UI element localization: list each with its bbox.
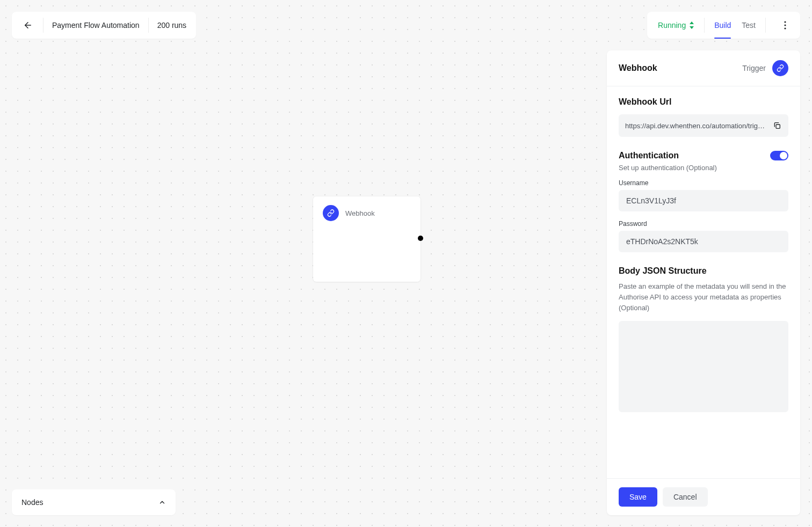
link-icon <box>772 60 788 76</box>
section-authentication: Authentication Set up authentication (Op… <box>619 151 788 252</box>
panel-subtype: Trigger <box>742 64 766 72</box>
svg-point-3 <box>784 27 786 29</box>
kebab-icon <box>784 21 786 30</box>
panel-title: Webhook <box>619 63 657 73</box>
toolbar: Running Build Test <box>647 12 800 39</box>
section-body-json: Body JSON Structure Paste an example of … <box>619 266 788 414</box>
node-label: Webhook <box>345 209 375 217</box>
divider <box>704 18 705 33</box>
side-panel: Webhook Trigger Webhook Url https://api.… <box>607 50 800 515</box>
username-field-group: Username <box>619 179 788 211</box>
divider <box>43 18 44 33</box>
copy-icon <box>773 121 781 130</box>
nodes-panel-label: Nodes <box>21 498 43 507</box>
panel-footer: Save Cancel <box>607 478 800 515</box>
chevron-up-icon <box>158 499 166 506</box>
section-webhook-url: Webhook Url https://api.dev.whenthen.co/… <box>619 97 788 137</box>
password-input[interactable] <box>619 231 788 252</box>
body-json-description: Paste an example of the metadata you wil… <box>619 281 788 313</box>
back-button[interactable] <box>21 19 34 32</box>
svg-rect-4 <box>776 125 780 128</box>
sort-icon <box>689 21 694 29</box>
tab-build[interactable]: Build <box>714 12 731 39</box>
svg-point-1 <box>784 21 786 23</box>
authentication-label: Authentication <box>619 151 679 160</box>
node-header: Webhook <box>323 205 411 221</box>
tab-test[interactable]: Test <box>742 12 756 39</box>
canvas-node-webhook[interactable]: Webhook <box>313 196 421 282</box>
mode-tabs: Build Test <box>714 12 756 39</box>
header-bar: Payment Flow Automation 200 runs <box>12 12 196 39</box>
status-dropdown[interactable]: Running <box>658 21 694 30</box>
body-json-label: Body JSON Structure <box>619 266 788 276</box>
webhook-url-row: https://api.dev.whenthen.co/automation/t… <box>619 114 788 137</box>
divider <box>148 18 149 33</box>
authentication-toggle[interactable] <box>770 151 788 160</box>
authentication-sublabel: Set up authentication (Optional) <box>619 164 788 172</box>
panel-header: Webhook Trigger <box>607 50 800 86</box>
username-label: Username <box>619 179 788 187</box>
save-button[interactable]: Save <box>619 487 657 507</box>
panel-body: Webhook Url https://api.dev.whenthen.co/… <box>607 86 800 478</box>
divider <box>765 18 766 33</box>
arrow-left-icon <box>23 20 33 30</box>
nodes-panel-toggle[interactable]: Nodes <box>12 489 176 515</box>
svg-point-2 <box>784 24 786 26</box>
status-label: Running <box>658 21 686 30</box>
password-label: Password <box>619 220 788 228</box>
webhook-url-value: https://api.dev.whenthen.co/automation/t… <box>625 122 767 130</box>
copy-url-button[interactable] <box>771 120 783 131</box>
password-field-group: Password <box>619 220 788 252</box>
flow-runs-count: 200 runs <box>157 21 186 30</box>
username-input[interactable] <box>619 190 788 211</box>
webhook-url-label: Webhook Url <box>619 97 788 107</box>
more-menu-button[interactable] <box>778 18 793 33</box>
link-icon <box>323 205 339 221</box>
node-output-port[interactable] <box>418 236 423 241</box>
flow-title: Payment Flow Automation <box>52 21 140 30</box>
cancel-button[interactable]: Cancel <box>663 487 708 507</box>
body-json-textarea[interactable] <box>619 321 788 412</box>
